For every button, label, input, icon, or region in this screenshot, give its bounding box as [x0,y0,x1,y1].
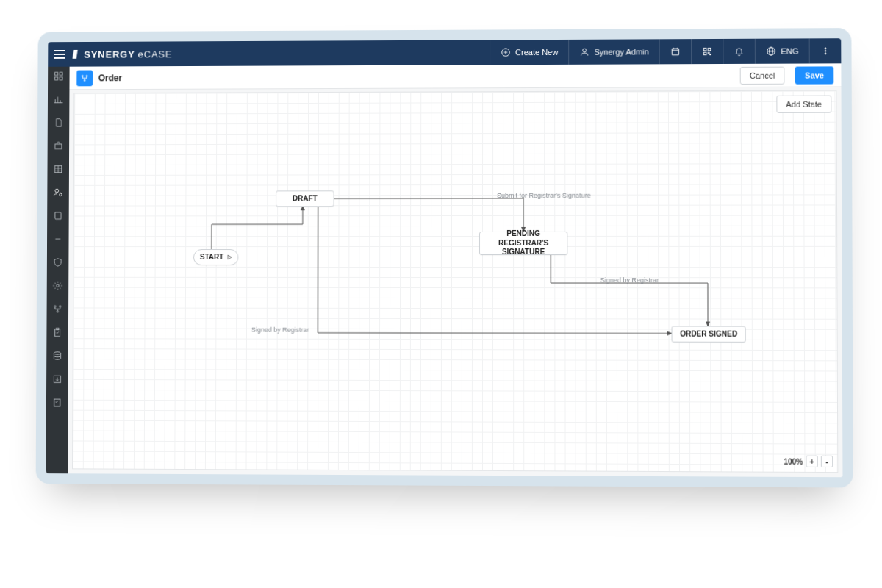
brand-strong: SYNERGY [84,49,135,60]
svg-point-36 [57,284,59,287]
sidebar-chart-icon[interactable] [54,94,64,104]
language-label: ENG [781,46,798,55]
svg-point-47 [84,79,85,81]
sidebar-table-icon[interactable] [53,164,63,174]
transition-signed-2-label: Signed by Registrar [251,326,309,334]
sidebar-document-icon[interactable] [54,118,64,128]
transition-signed-1-label: Signed by Registrar [600,276,659,284]
calendar-button[interactable] [659,39,691,64]
sidebar-user-settings-icon[interactable] [53,187,63,198]
zoom-in-button[interactable]: + [806,456,817,467]
page-title: Order [98,73,122,83]
svg-point-45 [82,75,83,76]
sidebar-briefcase-icon[interactable] [53,141,63,151]
sidebar [46,67,70,474]
menu-icon[interactable] [54,50,65,59]
svg-rect-12 [710,54,711,55]
calendar-icon [670,46,681,57]
zoom-out-button[interactable]: - [821,456,833,467]
language-button[interactable]: ENG [755,38,809,63]
sidebar-book-icon[interactable] [53,211,63,221]
user-name: Synergy Admin [594,47,648,56]
svg-point-37 [54,306,56,307]
zoom-level: 100% [784,457,803,465]
sidebar-clipboard-icon[interactable] [52,327,62,337]
svg-point-33 [60,193,62,196]
sidebar-dashboard-icon[interactable] [54,71,64,82]
svg-point-42 [54,352,60,354]
state-pending[interactable]: PENDING REGISTRAR'S SIGNATURE [479,232,567,255]
sidebar-database-icon[interactable] [52,351,62,361]
transition-lines [73,91,837,473]
svg-point-32 [55,189,59,193]
svg-rect-20 [60,72,62,75]
add-state-button[interactable]: Add State [776,96,831,113]
state-order-signed[interactable]: ORDER SIGNED [672,326,746,343]
globe-icon [766,46,776,57]
svg-rect-11 [709,52,710,54]
workflow-canvas[interactable]: Add State [72,90,838,473]
svg-point-46 [86,75,87,76]
svg-point-39 [57,311,58,312]
save-button[interactable]: Save [795,66,833,84]
create-new-button[interactable]: Create New [490,40,568,65]
state-draft[interactable]: DRAFT [276,190,334,207]
play-icon [226,254,232,260]
state-start-label: START [200,253,223,262]
sidebar-minus-icon[interactable] [53,234,63,244]
brand-mark-icon [73,50,82,59]
svg-rect-4 [672,49,678,55]
more-vert-icon [820,46,831,56]
sidebar-import-icon[interactable] [52,374,62,384]
svg-point-38 [60,306,61,307]
more-button[interactable] [809,38,842,63]
svg-rect-44 [54,399,60,406]
plus-circle-icon [501,47,511,57]
user-menu[interactable]: Synergy Admin [568,39,659,65]
bell-icon [734,46,745,57]
svg-rect-9 [709,48,711,51]
svg-point-18 [825,53,826,54]
sidebar-gear-icon[interactable] [53,281,63,291]
user-icon [579,47,589,57]
workflow-badge-icon [76,70,93,86]
cancel-button[interactable]: Cancel [740,66,785,84]
svg-rect-22 [60,77,62,80]
svg-point-3 [583,49,587,52]
transition-submit-label: Submit for Registrar's Signature [497,192,591,199]
svg-rect-19 [55,72,58,75]
sidebar-workflow-icon[interactable] [52,304,62,314]
sidebar-shield-icon[interactable] [53,257,63,268]
svg-rect-21 [55,77,58,80]
brand-logo: SYNERGY eCASE [73,49,173,60]
svg-point-17 [825,50,826,51]
app-screen: SYNERGY eCASE Create New Synergy Admin E… [46,38,843,477]
sidebar-checklist-icon[interactable] [52,398,62,408]
svg-rect-27 [55,144,62,148]
brand-light: eCASE [138,49,173,60]
svg-rect-10 [704,52,707,55]
qr-icon [702,46,712,57]
state-start[interactable]: START [193,249,238,265]
topbar: SYNERGY eCASE Create New Synergy Admin E… [48,38,841,67]
page-header: Order Cancel Save [69,63,841,90]
qr-button[interactable] [691,39,723,64]
zoom-controls: 100% + - [784,456,833,467]
svg-rect-8 [704,48,707,51]
notifications-button[interactable] [723,39,756,64]
create-new-label: Create New [515,48,558,57]
device-frame: SYNERGY eCASE Create New Synergy Admin E… [36,28,853,487]
svg-point-16 [825,48,826,49]
